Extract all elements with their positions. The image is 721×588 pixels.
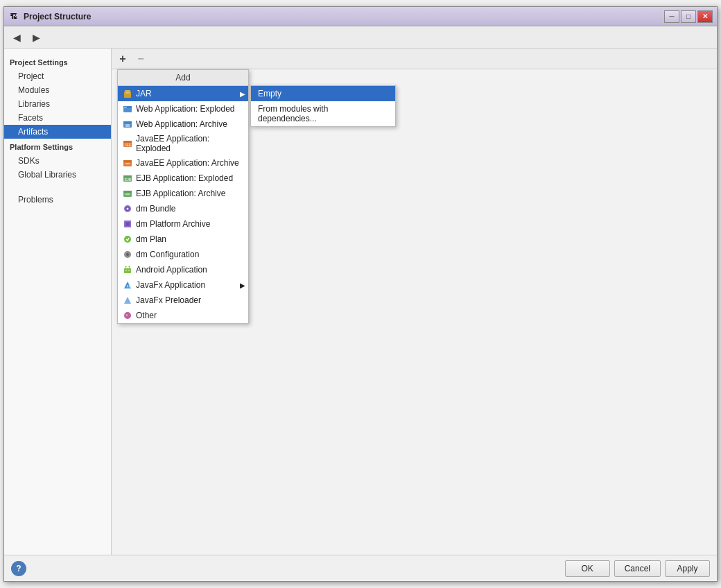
menu-item-dm-bundle[interactable]: dm Bundle [118,201,248,216]
submenu-item-from-modules[interactable]: From modules with dependencies... [251,101,395,126]
svg-point-33 [129,266,130,268]
sidebar-item-sdks[interactable]: SDKs [4,154,111,168]
ejb-exploded-icon: EJB [122,173,133,184]
help-button[interactable]: ? [11,561,26,576]
apply-button[interactable]: Apply [665,560,710,577]
sidebar-item-facets-label: Facets [18,113,43,123]
close-button[interactable]: ✕ [697,10,713,23]
menu-item-other-label: Other [136,311,157,320]
back-button[interactable]: ◀ [8,30,25,45]
other-icon: * [122,310,133,321]
ok-button[interactable]: OK [565,560,610,577]
menu-item-android-app[interactable]: Android Application [118,262,248,277]
sidebar-item-artifacts[interactable]: Artifacts [4,125,111,139]
svg-text:EJB: EJB [125,178,132,182]
sidebar-item-problems[interactable]: Problems [4,193,111,207]
menu-item-dm-platform-archive[interactable]: dm Platform Archive [118,216,248,232]
sidebar-item-problems-label: Problems [18,195,53,205]
web-app-exploded-icon [122,103,133,114]
menu-item-ejb-exploded[interactable]: EJB EJB Application: Exploded [118,171,248,186]
menu-item-ejb-archive-label: EJB Application: Archive [136,189,225,198]
sidebar-item-project-label: Project [18,71,44,81]
svg-marker-40 [124,297,131,304]
sidebar-item-libraries-label: Libraries [18,99,50,109]
remove-artifact-button[interactable]: − [132,51,149,67]
menu-item-dm-plan-label: dm Plan [136,234,166,244]
dm-bundle-icon [122,203,133,214]
menu-item-javafx-app-label: JavaFx Application [136,280,205,290]
menu-item-ejb-archive[interactable]: EJB Application: Archive [118,186,248,201]
menu-item-javafx-preloader[interactable]: JavaFx Preloader [118,293,248,308]
dm-plan-icon [122,234,133,245]
svg-point-25 [127,208,129,210]
bottom-bar: ? OK Cancel Apply [4,555,717,581]
maximize-button[interactable]: □ [681,10,696,23]
svg-rect-31 [124,268,131,273]
add-artifact-button[interactable]: + [114,51,131,67]
svg-point-5 [124,107,125,108]
menu-item-jar[interactable]: JAR ▶ [118,86,248,101]
platform-settings-label: Platform Settings [4,139,111,154]
sidebar-item-modules[interactable]: Modules [4,83,111,97]
dm-platform-archive-icon [122,218,133,230]
javafx-app-icon: FX [122,279,133,291]
menu-item-other[interactable]: * Other [118,308,248,323]
main-content: Add JAR ▶ Empty [112,69,717,555]
svg-rect-2 [125,92,130,94]
svg-point-36 [125,270,127,271]
sidebar-item-global-libraries-label: Global Libraries [18,170,76,180]
submenu-item-empty[interactable]: Empty [251,86,395,101]
svg-point-28 [124,236,131,243]
main-panel: + − Add JAR ▶ [112,49,717,555]
menu-item-android-app-label: Android Application [136,265,207,275]
svg-point-6 [125,107,127,108]
javaee-exploded-icon: JEE [122,138,133,149]
menu-item-dm-configuration-label: dm Configuration [136,250,199,259]
menu-item-javaee-exploded-label: JavaEE Application: Exploded [136,134,244,153]
forward-button[interactable]: ▶ [28,30,44,45]
menu-item-javafx-preloader-label: JavaFx Preloader [136,295,201,305]
menu-item-javafx-app[interactable]: FX JavaFx Application ▶ [118,277,248,293]
sidebar-item-facets[interactable]: Facets [4,111,111,125]
svg-rect-1 [125,90,130,92]
menu-item-javaee-archive[interactable]: JavaEE Application: Archive [118,155,248,171]
menu-item-web-app-archive-label: Web Application: Archive [136,119,227,129]
bottom-left: ? [11,561,26,576]
sidebar-item-libraries[interactable]: Libraries [4,97,111,111]
menu-item-dm-plan[interactable]: dm Plan [118,232,248,247]
menu-item-dm-bundle-label: dm Bundle [136,204,175,214]
bottom-right: OK Cancel Apply [565,560,710,577]
add-dropdown-menu: Add JAR ▶ Empty [117,69,249,324]
menu-item-web-app-archive[interactable]: Web Application: Archive [118,116,248,132]
minimize-button[interactable]: ─ [664,10,679,23]
javafx-submenu-arrow: ▶ [240,282,245,289]
ejb-archive-icon [122,188,133,199]
project-structure-window: 🏗 Project Structure ─ □ ✕ ◀ ▶ Project Se… [3,6,718,582]
window-title: Project Structure [24,12,664,21]
cancel-button[interactable]: Cancel [614,560,661,577]
svg-point-32 [125,266,127,268]
svg-rect-21 [123,191,132,193]
submenu-item-from-modules-label: From modules with dependencies... [258,104,328,123]
svg-rect-15 [123,160,132,162]
menu-item-javaee-exploded[interactable]: JEE JavaEE Application: Exploded [118,132,248,155]
dm-configuration-icon [122,249,133,260]
menu-item-javaee-archive-label: JavaEE Application: Archive [136,158,239,168]
menu-item-ejb-exploded-label: EJB Application: Exploded [136,173,233,183]
menu-item-jar-label: JAR [136,89,152,98]
sidebar: Project Settings Project Modules Librari… [4,49,112,555]
menu-item-dm-configuration[interactable]: dm Configuration [118,247,248,262]
svg-text:FX: FX [127,284,132,288]
jar-submenu-arrow: ▶ [240,90,245,98]
project-settings-label: Project Settings [4,54,111,69]
sidebar-item-global-libraries[interactable]: Global Libraries [4,168,111,182]
content-area: Project Settings Project Modules Librari… [4,49,717,555]
submenu-item-empty-label: Empty [258,89,281,98]
menu-item-web-app-exploded[interactable]: Web Application: Exploded [118,101,248,116]
window-icon: 🏗 [8,11,19,22]
navigation-toolbar: ◀ ▶ [4,26,717,49]
menu-item-web-app-exploded-label: Web Application: Exploded [136,104,235,114]
svg-point-37 [128,270,130,271]
sidebar-item-project[interactable]: Project [4,69,111,83]
title-bar-controls: ─ □ ✕ [664,10,713,23]
